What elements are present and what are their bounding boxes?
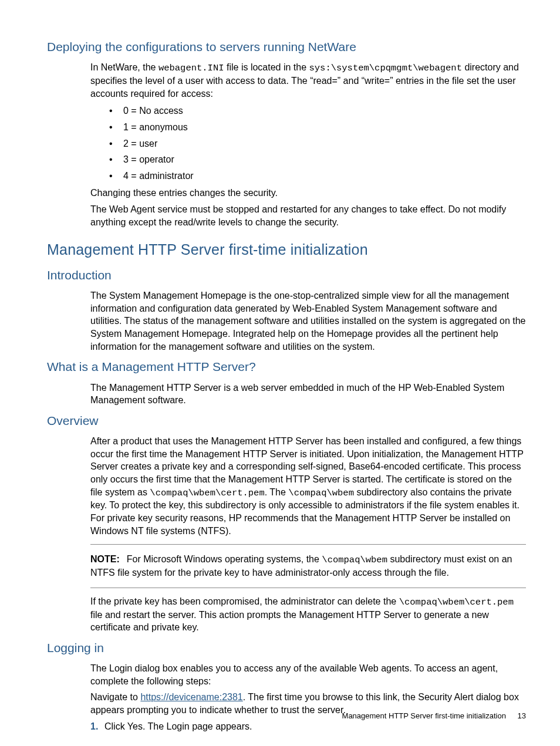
section-what-body: The Management HTTP Server is a web serv…	[90, 382, 526, 407]
heading-logging-in: Logging in	[47, 640, 526, 656]
para-intro: The System Management Homepage is the on…	[90, 289, 526, 353]
text: . The	[265, 487, 289, 497]
step-number: 1.	[90, 720, 98, 733]
section-overview-body: After a product that uses the Management…	[90, 435, 526, 634]
note-content: NOTE:For Microsoft Windows operating sys…	[90, 553, 526, 579]
section-introduction-body: The System Management Homepage is the on…	[90, 289, 526, 353]
list-item: 1 = anonymous	[109, 121, 526, 134]
text: For Microsoft Windows operating systems,…	[127, 554, 322, 564]
para-what: The Management HTTP Server is a web serv…	[90, 382, 526, 407]
access-level-list: 0 = No access 1 = anonymous 2 = user 3 =…	[90, 104, 526, 182]
page-footer: Management HTTP Server first-time initia…	[342, 711, 526, 721]
para-login-intro: The Login dialog box enables you to acce…	[90, 662, 526, 687]
heading-overview: Overview	[47, 413, 526, 429]
code-wbem-path: \compaq\wbem	[288, 488, 354, 498]
list-item: 3 = operator	[109, 153, 526, 166]
list-item: 2 = user	[109, 137, 526, 150]
para-overview: After a product that uses the Management…	[90, 435, 526, 537]
step-item: 1. Click Yes. The Login page appears.	[90, 720, 526, 733]
heading-netware-deploy: Deploying the configurations to servers …	[47, 39, 526, 55]
section-logging-body: The Login dialog box enables you to acce…	[90, 662, 526, 733]
section-netware-body: In NetWare, the webagent.INI file is loc…	[90, 61, 526, 228]
para-restart-note: The Web Agent service must be stopped an…	[90, 203, 526, 228]
code-sys-path: sys:\system\cpqmgmt\webagent	[309, 63, 462, 73]
text: In NetWare, the	[90, 62, 158, 72]
page-number: 13	[518, 711, 526, 720]
heading-introduction: Introduction	[47, 267, 526, 283]
para-netware-intro: In NetWare, the webagent.INI file is loc…	[90, 61, 526, 100]
step-text: Click Yes. The Login page appears.	[104, 721, 252, 731]
code-cert-path-2: \compaq\wbem\cert.pem	[399, 597, 514, 607]
text: Navigate to	[90, 692, 140, 702]
list-item: 4 = administrator	[109, 170, 526, 183]
list-item: 0 = No access	[109, 104, 526, 117]
device-link[interactable]: https://devicename:2381	[140, 692, 242, 702]
code-wbem-path-note: \compaq\wbem	[322, 555, 387, 565]
note-box: NOTE:For Microsoft Windows operating sys…	[90, 544, 526, 588]
footer-title: Management HTTP Server first-time initia…	[342, 711, 506, 720]
login-steps: 1. Click Yes. The Login page appears.	[90, 720, 526, 733]
para-compromised-key: If the private key has been compromised,…	[90, 595, 526, 634]
para-changes-security: Changing these entries changes the secur…	[90, 187, 526, 200]
note-label: NOTE:	[90, 554, 120, 564]
code-webagent-ini: webagent.INI	[158, 63, 224, 73]
text: If the private key has been compromised,…	[90, 596, 399, 606]
text: file is located in the	[224, 62, 309, 72]
heading-what-is: What is a Management HTTP Server?	[47, 359, 526, 375]
code-cert-path: \compaq\wbem\cert.pem	[150, 488, 264, 498]
text: file and restart the server. This action…	[90, 610, 489, 633]
heading-http-init: Management HTTP Server first-time initia…	[47, 240, 526, 260]
